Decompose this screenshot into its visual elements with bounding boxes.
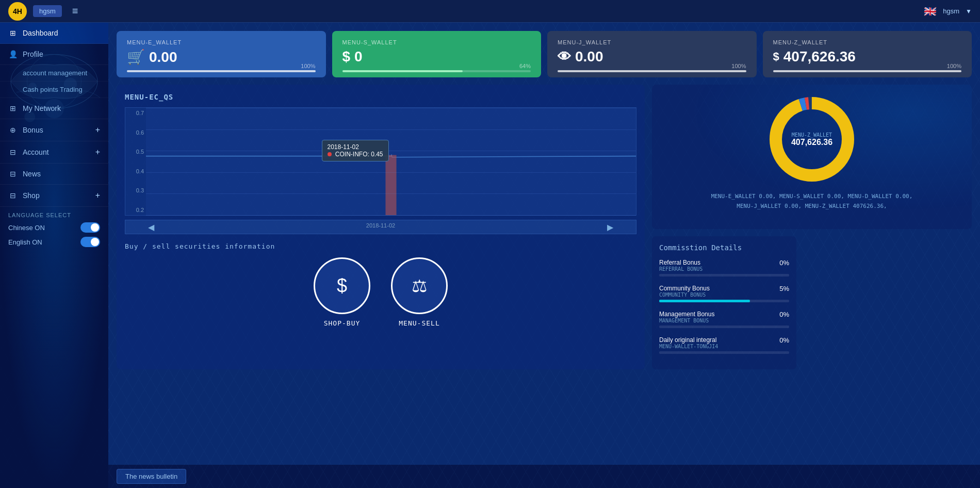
- news-icon: ⊟: [8, 170, 18, 178]
- news-bulletin-button[interactable]: The news bulletin: [117, 469, 186, 484]
- y-label-6: 0.6: [127, 129, 144, 136]
- dropdown-arrow[interactable]: ▼: [966, 8, 972, 15]
- sidebar-item-shop[interactable]: ⊟ Shop +: [0, 185, 108, 207]
- sidebar-item-bonus[interactable]: ⊕ Bonus +: [0, 119, 108, 141]
- chart-x-label: 2018-11-02: [366, 222, 395, 232]
- menu-sell-label: MENU-SELL: [399, 319, 439, 327]
- chart-panel: MENU-EC_QS 0.7 0.6 0.5 0.4 0.3 0.2: [117, 85, 645, 369]
- sidebar-item-label: My Network: [23, 104, 100, 112]
- s-wallet-progress-label: 64%: [342, 63, 531, 69]
- j-wallet-progress-fill: [558, 70, 746, 72]
- chinese-label: Chinese ON: [8, 224, 45, 232]
- z-wallet-progress: 100%: [773, 63, 962, 72]
- sell-section: ⚖ MENU-SELL: [391, 257, 448, 327]
- sidebar-item-label: News: [23, 170, 100, 178]
- e-wallet-title: MENU-E_WALLET: [127, 39, 316, 45]
- logo: 4H: [8, 2, 27, 21]
- z-wallet-icon: $: [773, 50, 779, 63]
- top-header: 4H hgsm ≡ 🇬🇧 hgsm ▼: [0, 0, 980, 23]
- chart-tooltip: 2018-11-02 COIN-INFO: 0.45: [321, 140, 388, 161]
- flag-icon: 🇬🇧: [924, 5, 937, 18]
- wallet-card-z: MENU-Z_WALLET $ 407,626.36 100%: [763, 31, 972, 77]
- chart-grid: [146, 108, 636, 215]
- hamburger-menu[interactable]: ≡: [72, 5, 78, 17]
- grid-line-4: [146, 172, 636, 173]
- sidebar-item-cash-points[interactable]: Cash points Trading: [0, 82, 108, 98]
- sidebar-item-account-management[interactable]: account management: [0, 65, 108, 82]
- x-arrow-right[interactable]: ▶: [607, 222, 613, 232]
- language-title: LANGUAGE SELECT: [8, 212, 100, 218]
- profile-icon: 👤: [8, 50, 18, 58]
- commission-row-community: Community Bonus COMMUNITY BONUS 5%: [659, 285, 789, 302]
- e-wallet-progress-fill: [127, 70, 316, 72]
- sidebar-item-dashboard[interactable]: ⊞ Dashboard: [0, 23, 108, 44]
- right-side: MENU-Z_WALLET 407,626.36 MENU-E_WALLET 0…: [652, 85, 972, 369]
- z-wallet-progress-label: 100%: [773, 63, 962, 69]
- chinese-toggle-row: Chinese ON: [8, 222, 100, 233]
- e-wallet-progress: 100%: [127, 63, 316, 72]
- management-sub: MANAGEMENT BONUS: [659, 318, 714, 323]
- shop-buy-button[interactable]: $: [314, 257, 370, 314]
- buy-section: $ SHOP-BUY: [314, 257, 370, 327]
- sidebar-item-profile[interactable]: 👤 Profile: [0, 44, 108, 65]
- s-wallet-title: MENU-S_WALLET: [342, 39, 531, 45]
- y-label-3: 0.3: [127, 187, 144, 193]
- chinese-toggle[interactable]: [80, 222, 100, 233]
- wallet-card-s: MENU-S_WALLET $ 0 64%: [332, 31, 542, 77]
- shop-icon: ⊟: [8, 191, 18, 200]
- s-wallet-progress-fill: [342, 70, 463, 72]
- daily-bar-bg: [659, 351, 789, 354]
- main-row: MENU-EC_QS 0.7 0.6 0.5 0.4 0.3 0.2: [117, 85, 972, 369]
- community-sub: COMMUNITY BONUS: [659, 292, 710, 298]
- community-name: Community Bonus: [659, 285, 710, 292]
- s-wallet-progress: 64%: [342, 63, 531, 72]
- dollar-icon: $: [337, 275, 347, 297]
- management-names: Management Bonus MANAGEMENT BONUS: [659, 311, 714, 323]
- daily-sub: MENU-WALLET-TONGJI4: [659, 344, 718, 349]
- management-name: Management Bonus: [659, 311, 714, 318]
- community-names: Community Bonus COMMUNITY BONUS: [659, 285, 710, 298]
- community-bar-bg: [659, 300, 789, 302]
- s-wallet-progress-bg: [342, 70, 531, 72]
- menu-sell-button[interactable]: ⚖: [391, 257, 448, 314]
- commission-title: Commisstion Details: [659, 243, 789, 252]
- management-header: Management Bonus MANAGEMENT BONUS 0%: [659, 311, 789, 323]
- bonus-plus: +: [95, 125, 100, 135]
- sidebar-item-label: Profile: [23, 50, 100, 58]
- commission-panel: Commisstion Details Referral Bonus REFER…: [652, 236, 796, 369]
- y-label-7: 0.7: [127, 110, 144, 116]
- donut-container: MENU-Z_WALLET 407,626.36: [765, 93, 858, 186]
- sidebar-item-label: Dashboard: [23, 29, 100, 37]
- chart-area: 0.7 0.6 0.5 0.4 0.3 0.2: [125, 107, 636, 216]
- chinese-toggle-knob: [91, 223, 99, 232]
- sidebar-item-label: Bonus: [23, 126, 90, 134]
- main-content: MENU-E_WALLET 🛒 0.00 100% MENU-S_WALLET …: [108, 23, 980, 378]
- community-pct: 5%: [779, 285, 789, 292]
- english-toggle[interactable]: [80, 237, 100, 247]
- username-badge: hgsm: [33, 5, 62, 17]
- account-icon: ⊟: [8, 148, 18, 156]
- donut-center-value: 407,626.36: [791, 138, 832, 147]
- sidebar-item-news[interactable]: ⊟ News: [0, 164, 108, 185]
- j-wallet-title: MENU-J_WALLET: [558, 39, 746, 45]
- wallet-card-j: MENU-J_WALLET 👁 0.00 100%: [547, 31, 757, 77]
- x-arrow-left[interactable]: ◀: [148, 222, 154, 232]
- grid-line-1: [146, 108, 636, 108]
- sidebar-item-network[interactable]: ⊞ My Network: [0, 98, 108, 119]
- network-icon: ⊞: [8, 104, 18, 112]
- y-label-5: 0.5: [127, 149, 144, 155]
- chart-svg: [146, 108, 636, 215]
- tooltip-value: COIN-INFO: 0.45: [327, 151, 383, 158]
- gavel-icon: ⚖: [412, 275, 427, 296]
- tooltip-date: 2018-11-02: [327, 143, 383, 151]
- j-wallet-icon: 👁: [558, 49, 571, 65]
- account-plus: +: [95, 148, 100, 157]
- commission-row-referral: Referral Bonus REFERRAL BONUS 0%: [659, 259, 789, 276]
- tooltip-dot: [327, 152, 331, 156]
- grid-line-2: [146, 129, 636, 130]
- referral-header: Referral Bonus REFERRAL BONUS 0%: [659, 259, 789, 272]
- buy-sell-section: Buy / sell securities information $ SHOP…: [125, 242, 636, 327]
- sidebar-item-account[interactable]: ⊟ Account +: [0, 141, 108, 164]
- english-toggle-knob: [91, 238, 99, 246]
- e-wallet-progress-label: 100%: [127, 63, 316, 69]
